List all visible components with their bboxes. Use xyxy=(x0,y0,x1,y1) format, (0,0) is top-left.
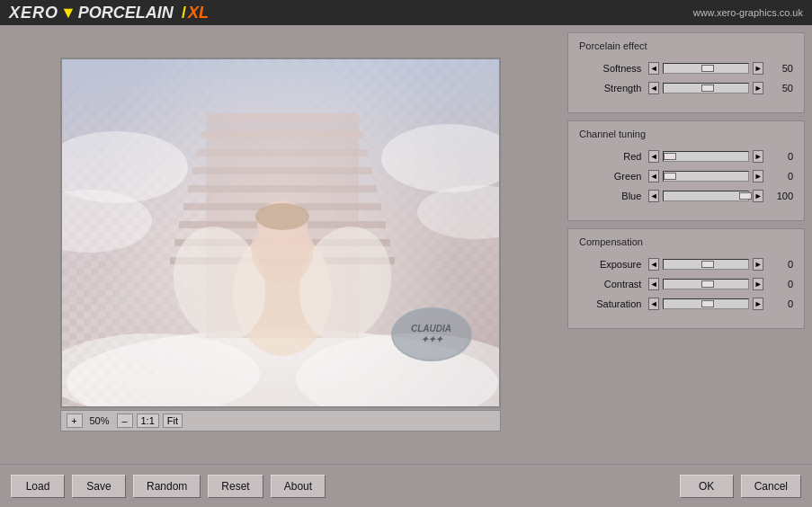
red-value: 0 xyxy=(767,151,793,162)
canvas: CLAUDIA ✦✦✦ xyxy=(60,58,501,408)
contrast-thumb[interactable] xyxy=(701,280,714,288)
exposure-label: Exposure xyxy=(579,259,641,270)
contrast-row: Contrast ◄ ► 0 xyxy=(579,278,793,290)
watermark-text: CLAUDIA ✦✦✦ xyxy=(411,324,451,345)
logo-slash2 xyxy=(175,4,180,22)
blue-left-arrow[interactable]: ◄ xyxy=(648,190,659,202)
preview-image: CLAUDIA ✦✦✦ xyxy=(62,59,499,406)
load-button[interactable]: Load xyxy=(11,475,65,498)
contrast-left-arrow[interactable]: ◄ xyxy=(648,278,659,290)
softness-label: Softness xyxy=(579,63,641,74)
green-row: Green ◄ ► 0 xyxy=(579,170,793,182)
exposure-track[interactable] xyxy=(663,259,749,270)
logo-slash1: ▼ xyxy=(60,4,76,22)
green-right-arrow[interactable]: ► xyxy=(753,170,763,182)
ok-button[interactable]: OK xyxy=(680,475,734,498)
saturation-row: Saturation ◄ ► 0 xyxy=(579,298,793,310)
svg-rect-10 xyxy=(201,131,363,138)
contrast-right-arrow[interactable]: ► xyxy=(753,278,763,290)
saturation-left-arrow[interactable]: ◄ xyxy=(648,298,659,310)
saturation-right-arrow[interactable]: ► xyxy=(753,298,763,310)
zoom-fit-button[interactable]: Fit xyxy=(163,414,183,428)
zoom-bar: + 50% – 1:1 Fit xyxy=(60,410,501,431)
logo-porcelain: PORCELAIN xyxy=(78,4,174,22)
saturation-track[interactable] xyxy=(663,298,749,309)
exposure-right-arrow[interactable]: ► xyxy=(753,258,763,271)
logo-xero: XERO xyxy=(9,4,58,22)
strength-right-arrow[interactable]: ► xyxy=(753,82,763,94)
strength-left-arrow[interactable]: ◄ xyxy=(648,82,659,94)
zoom-out-button[interactable]: – xyxy=(117,414,133,428)
saturation-thumb[interactable] xyxy=(701,300,714,307)
bottom-toolbar: Load Save Random Reset About OK Cancel xyxy=(0,464,812,507)
zoom-level: 50% xyxy=(86,415,113,426)
softness-track[interactable] xyxy=(663,63,749,74)
contrast-track[interactable] xyxy=(663,279,749,289)
titlebar: XERO ▼ PORCELAIN / XL www.xero-graphics.… xyxy=(0,0,812,25)
red-track[interactable] xyxy=(663,151,749,162)
porcelain-effect-title: Porcelain effect xyxy=(579,40,793,51)
cancel-button[interactable]: Cancel xyxy=(741,475,801,498)
porcelain-effect-panel: Porcelain effect Softness ◄ ► 50 Strengt… xyxy=(567,32,805,113)
logo-xl: XL xyxy=(188,4,209,22)
logo-sep: / xyxy=(182,4,186,22)
reset-button[interactable]: Reset xyxy=(208,475,263,498)
about-button[interactable]: About xyxy=(271,475,326,498)
strength-label: Strength xyxy=(579,83,641,93)
svg-point-24 xyxy=(255,203,309,230)
logo: XERO ▼ PORCELAIN / XL xyxy=(9,4,209,22)
softness-left-arrow[interactable]: ◄ xyxy=(648,62,659,75)
strength-value: 50 xyxy=(767,83,793,93)
compensation-title: Compensation xyxy=(579,236,793,247)
channel-tuning-title: Channel tuning xyxy=(579,129,793,139)
exposure-thumb[interactable] xyxy=(701,261,714,268)
green-thumb[interactable] xyxy=(664,173,676,180)
watermark: CLAUDIA ✦✦✦ xyxy=(391,307,472,361)
strength-row: Strength ◄ ► 50 xyxy=(579,82,793,94)
softness-right-arrow[interactable]: ► xyxy=(753,62,763,75)
softness-row: Softness ◄ ► 50 xyxy=(579,62,793,75)
save-button[interactable]: Save xyxy=(72,475,126,498)
svg-rect-12 xyxy=(192,167,372,174)
website-url: www.xero-graphics.co.uk xyxy=(693,7,803,18)
strength-thumb[interactable] xyxy=(701,84,714,92)
main-area: CLAUDIA ✦✦✦ + 50% – 1:1 Fit Porcelain ef… xyxy=(0,25,812,464)
blue-thumb[interactable] xyxy=(739,192,752,200)
blue-right-arrow[interactable]: ► xyxy=(753,190,763,202)
svg-rect-11 xyxy=(197,149,368,156)
exposure-row: Exposure ◄ ► 0 xyxy=(579,258,793,271)
softness-thumb[interactable] xyxy=(701,65,714,72)
channel-tuning-panel: Channel tuning Red ◄ ► 0 Green ◄ ► 0 xyxy=(567,120,805,221)
green-value: 0 xyxy=(767,171,793,182)
blue-row: Blue ◄ ► 100 xyxy=(579,190,793,202)
svg-rect-9 xyxy=(206,113,359,120)
blue-label: Blue xyxy=(579,191,641,201)
compensation-panel: Compensation Exposure ◄ ► 0 Contrast ◄ ►… xyxy=(567,228,805,329)
zoom-1to1-button[interactable]: 1:1 xyxy=(137,414,159,428)
random-button[interactable]: Random xyxy=(133,475,201,498)
contrast-label: Contrast xyxy=(579,279,641,289)
green-track[interactable] xyxy=(663,171,749,182)
right-panel: Porcelain effect Softness ◄ ► 50 Strengt… xyxy=(560,25,812,464)
red-right-arrow[interactable]: ► xyxy=(753,150,763,163)
contrast-value: 0 xyxy=(767,279,793,289)
softness-value: 50 xyxy=(767,63,793,74)
svg-rect-13 xyxy=(188,185,377,192)
strength-track[interactable] xyxy=(663,83,749,93)
exposure-value: 0 xyxy=(767,259,793,270)
blue-value: 100 xyxy=(767,191,793,201)
blue-track[interactable] xyxy=(663,191,749,201)
preview-area: CLAUDIA ✦✦✦ + 50% – 1:1 Fit xyxy=(0,25,560,464)
red-thumb[interactable] xyxy=(664,153,676,160)
zoom-in-button[interactable]: + xyxy=(67,414,83,428)
saturation-value: 0 xyxy=(767,298,793,309)
red-left-arrow[interactable]: ◄ xyxy=(648,150,659,163)
red-row: Red ◄ ► 0 xyxy=(579,150,793,163)
exposure-left-arrow[interactable]: ◄ xyxy=(648,258,659,271)
green-label: Green xyxy=(579,171,641,182)
green-left-arrow[interactable]: ◄ xyxy=(648,170,659,182)
saturation-label: Saturation xyxy=(579,298,641,309)
red-label: Red xyxy=(579,151,641,162)
